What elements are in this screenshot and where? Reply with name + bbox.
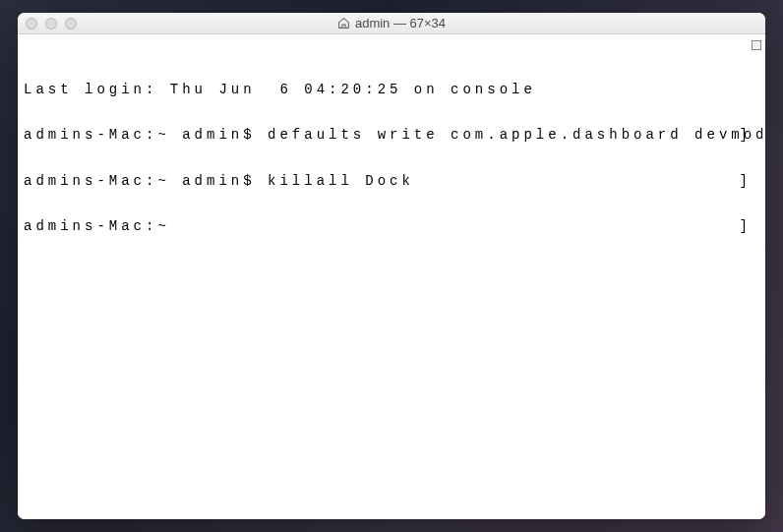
line-continuation-bracket: ] bbox=[740, 174, 752, 189]
terminal-line: Last login: Thu Jun 6 04:20:25 on consol… bbox=[24, 83, 759, 97]
terminal-line: admins-Mac:~ ] bbox=[24, 219, 759, 234]
terminal-window: admin — 67×34 Last login: Thu Jun 6 04:2… bbox=[18, 13, 765, 519]
scrollbar-indicator bbox=[752, 40, 761, 50]
minimize-button[interactable] bbox=[45, 18, 57, 30]
traffic-lights bbox=[26, 18, 77, 30]
line-continuation-bracket: ] bbox=[740, 219, 752, 234]
titlebar[interactable]: admin — 67×34 bbox=[18, 13, 765, 34]
close-button[interactable] bbox=[26, 18, 37, 30]
terminal-text: admins-Mac:~ admin$ defaults write com.a… bbox=[24, 127, 765, 143]
home-icon bbox=[337, 17, 350, 30]
window-title-container: admin — 67×34 bbox=[18, 16, 765, 30]
terminal-text: Last login: Thu Jun 6 04:20:25 on consol… bbox=[24, 82, 536, 97]
window-title: admin — 67×34 bbox=[355, 16, 446, 30]
line-continuation-bracket: ] bbox=[740, 128, 752, 143]
terminal-line: admins-Mac:~ admin$ killall Dock] bbox=[24, 174, 759, 189]
terminal-text: admins-Mac:~ admin$ killall Dock bbox=[24, 173, 414, 189]
terminal-text: admins-Mac:~ bbox=[24, 218, 182, 234]
maximize-button[interactable] bbox=[65, 18, 77, 30]
terminal-line: admins-Mac:~ admin$ defaults write com.a… bbox=[24, 128, 759, 143]
terminal-output[interactable]: Last login: Thu Jun 6 04:20:25 on consol… bbox=[18, 34, 765, 519]
